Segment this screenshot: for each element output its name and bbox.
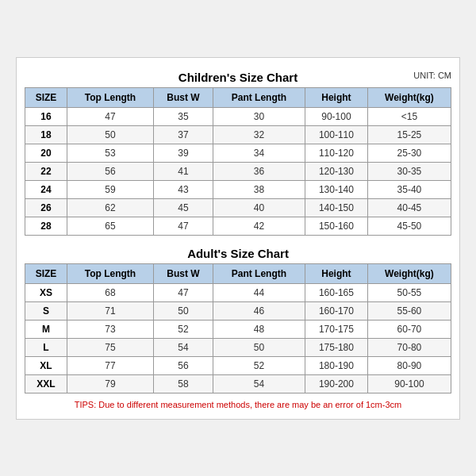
data-cell: 54 <box>154 338 213 356</box>
size-cell: M <box>25 320 67 338</box>
data-cell: 160-170 <box>305 301 368 320</box>
data-cell: 120-130 <box>305 162 368 180</box>
data-cell: 55-60 <box>367 301 451 320</box>
data-cell: 150-160 <box>305 217 368 235</box>
data-cell: 75 <box>67 338 153 356</box>
size-cell: XL <box>25 356 67 374</box>
data-cell: 77 <box>67 356 153 374</box>
data-cell: 140-150 <box>305 198 368 217</box>
data-cell: 79 <box>67 374 153 393</box>
table-row: 24594338130-14035-40 <box>25 180 451 198</box>
data-cell: 170-175 <box>305 320 368 338</box>
data-cell: 90-100 <box>305 107 368 125</box>
data-cell: 15-25 <box>367 125 451 144</box>
size-cell: 20 <box>25 144 67 162</box>
children-header-bust-w: Bust W <box>154 87 213 107</box>
adult-header-pant-length: Pant Length <box>213 263 305 283</box>
children-header-height: Height <box>305 87 368 107</box>
data-cell: 180-190 <box>305 356 368 374</box>
data-cell: 100-110 <box>305 125 368 144</box>
data-cell: 54 <box>213 374 305 393</box>
data-cell: 38 <box>213 180 305 198</box>
data-cell: 41 <box>154 162 213 180</box>
size-cell: L <box>25 338 67 356</box>
children-header-pant-length: Pant Length <box>213 87 305 107</box>
table-row: 1647353090-100<15 <box>25 107 451 125</box>
data-cell: 71 <box>67 301 153 320</box>
data-cell: 50-55 <box>367 283 451 301</box>
data-cell: 130-140 <box>305 180 368 198</box>
data-cell: 48 <box>213 320 305 338</box>
tips-text: TIPS: Due to different measurement metho… <box>25 398 451 411</box>
data-cell: 160-165 <box>305 283 368 301</box>
data-cell: 65 <box>67 217 153 235</box>
data-cell: 45 <box>154 198 213 217</box>
data-cell: 40 <box>213 198 305 217</box>
data-cell: 32 <box>213 125 305 144</box>
children-header-row: SIZE Top Length Bust W Pant Length Heigh… <box>25 87 451 107</box>
children-table: SIZE Top Length Bust W Pant Length Heigh… <box>25 87 451 236</box>
size-cell: 28 <box>25 217 67 235</box>
children-header-top-length: Top Length <box>67 87 153 107</box>
data-cell: 46 <box>213 301 305 320</box>
data-cell: 62 <box>67 198 153 217</box>
table-row: 28654742150-16045-50 <box>25 217 451 235</box>
data-cell: 35 <box>154 107 213 125</box>
table-row: 18503732100-11015-25 <box>25 125 451 144</box>
data-cell: 50 <box>154 301 213 320</box>
data-cell: 59 <box>67 180 153 198</box>
chart-container: Children's Size Chart UNIT: CM SIZE Top … <box>16 57 460 420</box>
adult-table: SIZE Top Length Bust W Pant Length Heigh… <box>25 263 451 393</box>
data-cell: 90-100 <box>367 374 451 393</box>
adult-header-row: SIZE Top Length Bust W Pant Length Heigh… <box>25 263 451 283</box>
size-cell: XXL <box>25 374 67 393</box>
data-cell: 56 <box>154 356 213 374</box>
data-cell: 50 <box>67 125 153 144</box>
data-cell: <15 <box>367 107 451 125</box>
data-cell: 190-200 <box>305 374 368 393</box>
data-cell: 80-90 <box>367 356 451 374</box>
data-cell: 52 <box>213 356 305 374</box>
table-row: L755450175-18070-80 <box>25 338 451 356</box>
size-cell: XS <box>25 283 67 301</box>
data-cell: 175-180 <box>305 338 368 356</box>
data-cell: 110-120 <box>305 144 368 162</box>
data-cell: 43 <box>154 180 213 198</box>
table-row: XXL795854190-20090-100 <box>25 374 451 393</box>
data-cell: 53 <box>67 144 153 162</box>
unit-label: UNIT: CM <box>413 71 451 80</box>
table-row: XL775652180-19080-90 <box>25 356 451 374</box>
data-cell: 52 <box>154 320 213 338</box>
data-cell: 50 <box>213 338 305 356</box>
adult-title: Adult's Size Chart <box>187 247 289 260</box>
data-cell: 73 <box>67 320 153 338</box>
data-cell: 34 <box>213 144 305 162</box>
table-row: S715046160-17055-60 <box>25 301 451 320</box>
children-header-weight: Weight(kg) <box>367 87 451 107</box>
data-cell: 40-45 <box>367 198 451 217</box>
data-cell: 35-40 <box>367 180 451 198</box>
table-row: M735248170-17560-70 <box>25 320 451 338</box>
data-cell: 45-50 <box>367 217 451 235</box>
data-cell: 42 <box>213 217 305 235</box>
data-cell: 60-70 <box>367 320 451 338</box>
table-row: 22564136120-13030-35 <box>25 162 451 180</box>
size-cell: 22 <box>25 162 67 180</box>
data-cell: 47 <box>154 217 213 235</box>
adult-header-bust-w: Bust W <box>154 263 213 283</box>
size-cell: 18 <box>25 125 67 144</box>
data-cell: 25-30 <box>367 144 451 162</box>
children-title: Children's Size Chart <box>178 71 298 84</box>
adult-header-size: SIZE <box>25 263 67 283</box>
data-cell: 30 <box>213 107 305 125</box>
table-row: 26624540140-15040-45 <box>25 198 451 217</box>
data-cell: 39 <box>154 144 213 162</box>
data-cell: 47 <box>154 283 213 301</box>
data-cell: 44 <box>213 283 305 301</box>
data-cell: 58 <box>154 374 213 393</box>
data-cell: 56 <box>67 162 153 180</box>
table-row: XS684744160-16550-55 <box>25 283 451 301</box>
children-section-title: Children's Size Chart UNIT: CM <box>25 66 451 87</box>
data-cell: 47 <box>67 107 153 125</box>
adult-header-weight: Weight(kg) <box>367 263 451 283</box>
